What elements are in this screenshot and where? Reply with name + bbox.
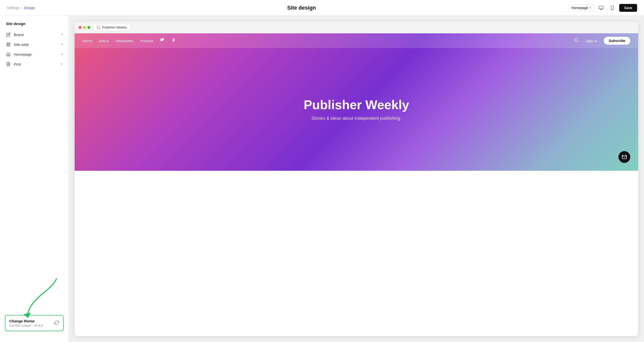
subscribe-button[interactable]: Subscribe: [604, 37, 630, 45]
facebook-icon: [171, 38, 176, 44]
preview-hero: Publisher Weekly Stories & ideas about i…: [74, 48, 638, 171]
browser-dot-red: [78, 26, 82, 29]
sidebar-title: Site design: [0, 22, 68, 30]
signin-link[interactable]: Sign in: [586, 39, 597, 43]
hero-subtitle: Stories & ideas about independent publis…: [312, 116, 401, 121]
page-title: Site design: [287, 5, 316, 11]
refresh-icon: [54, 320, 59, 326]
svg-point-12: [575, 38, 578, 42]
hero-title: Publisher Weekly: [304, 98, 409, 112]
topbar-actions: Homepage ▾ Save: [568, 4, 637, 12]
desktop-view-button[interactable]: [597, 4, 606, 12]
sidebar-item-post[interactable]: Post ▾: [0, 59, 68, 69]
nav-link-podcast[interactable]: Podcast: [140, 39, 153, 43]
chevron-down-icon: ▾: [590, 6, 591, 10]
tab-title: Publisher Weekly: [102, 26, 127, 29]
browser-dot-yellow: [83, 26, 86, 29]
nav-link-newsletter[interactable]: Newsletter: [116, 39, 133, 43]
sidebar-item-post-label: Post: [14, 62, 21, 66]
nav-link-about[interactable]: About: [99, 39, 109, 43]
chevron-down-icon: ▾: [61, 52, 62, 56]
breadcrumb-settings[interactable]: Settings: [7, 6, 20, 10]
preview-content: Home About Newsletter Podcast: [74, 33, 638, 336]
sidebar-item-sitewide-label: Site-wide: [14, 42, 29, 46]
sidebar-item-sitewide[interactable]: Site-wide ▾: [0, 40, 68, 49]
chevron-down-icon: ▾: [61, 33, 62, 36]
svg-rect-0: [599, 6, 603, 9]
breadcrumb-separator: >: [21, 6, 23, 10]
sidebar-item-brand-label: Brand: [14, 33, 24, 37]
sidebar-item-homepage[interactable]: Homepage ▾: [0, 49, 68, 59]
topbar: Settings > Design Site design Homepage ▾…: [0, 0, 644, 16]
preview-nav: Home About Newsletter Podcast: [74, 33, 638, 48]
twitter-icon: [160, 38, 164, 44]
sidebar-item-homepage-label: Homepage: [14, 52, 32, 56]
home-icon: [6, 52, 11, 57]
save-button[interactable]: Save: [619, 4, 637, 12]
edit-icon: [6, 32, 11, 37]
mobile-icon: [610, 6, 614, 10]
tab-favicon: [97, 26, 100, 29]
search-icon[interactable]: [574, 38, 579, 44]
browser-window: Publisher Weekly Home About Newsletter P…: [74, 22, 638, 336]
page-selector-label: Homepage: [571, 6, 588, 10]
sidebar-item-brand[interactable]: Brand ▾: [0, 30, 68, 40]
browser-chrome: Publisher Weekly: [74, 22, 638, 33]
sidebar-bottom: Change theme Current: casper - v5.4.5: [0, 315, 68, 336]
mobile-view-button[interactable]: [608, 4, 617, 12]
change-theme-button[interactable]: Change theme Current: casper - v5.4.5: [5, 315, 64, 331]
chevron-down-icon: ▾: [61, 43, 62, 46]
page-selector[interactable]: Homepage ▾: [568, 4, 594, 12]
browser-dots: [78, 26, 90, 29]
svg-rect-6: [9, 43, 10, 44]
change-theme-subtitle: Current: casper - v5.4.5: [9, 324, 43, 327]
svg-rect-5: [7, 43, 8, 44]
preview-area: Publisher Weekly Home About Newsletter P…: [69, 16, 644, 342]
breadcrumb: Settings > Design: [7, 6, 35, 10]
nav-link-home[interactable]: Home: [82, 39, 92, 43]
browser-dot-green: [87, 26, 90, 29]
browser-tab: Publisher Weekly: [93, 24, 130, 31]
file-icon: [6, 62, 11, 66]
svg-rect-7: [7, 45, 8, 46]
monitor-icon: [598, 6, 604, 10]
svg-line-13: [578, 41, 578, 42]
breadcrumb-current: Design: [24, 6, 35, 10]
arrow-annotation: [12, 276, 66, 320]
grid-icon: [6, 42, 11, 47]
svg-rect-8: [9, 45, 10, 46]
change-theme-title: Change theme: [9, 319, 43, 323]
email-fab-button[interactable]: [618, 151, 630, 163]
sidebar: Site design Brand ▾: [0, 16, 69, 342]
main-layout: Site design Brand ▾: [0, 16, 644, 342]
chevron-down-icon: ▾: [61, 62, 62, 66]
